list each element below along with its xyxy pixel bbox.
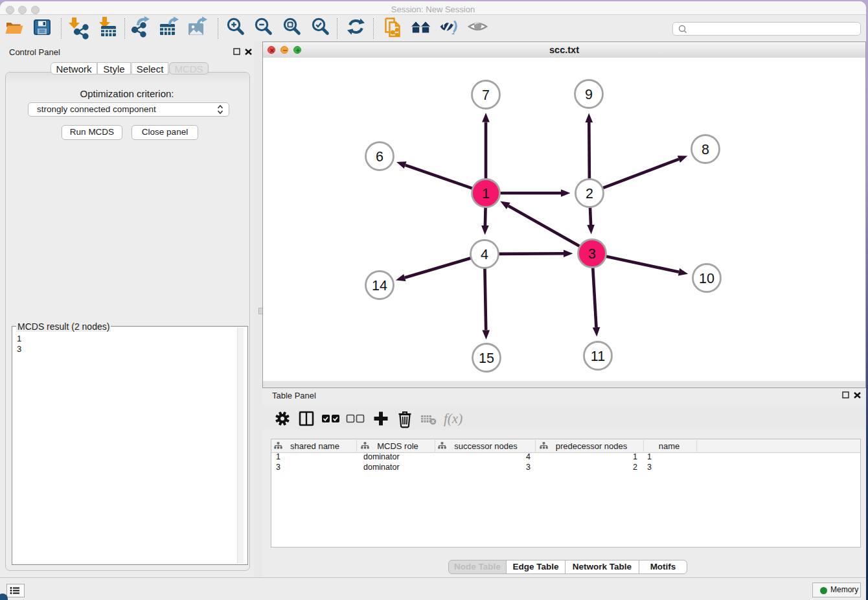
svg-text:4: 4 [481, 247, 488, 262]
svg-text:9: 9 [585, 87, 593, 102]
svg-text:6: 6 [376, 149, 383, 165]
svg-text:3: 3 [588, 246, 596, 262]
svg-text:7: 7 [482, 87, 490, 103]
svg-text:10: 10 [699, 271, 714, 286]
svg-text:14: 14 [372, 278, 387, 294]
svg-text:11: 11 [591, 349, 605, 364]
svg-text:2: 2 [586, 186, 593, 202]
svg-text:1: 1 [482, 186, 490, 202]
svg-text:15: 15 [479, 351, 494, 366]
svg-text:8: 8 [702, 142, 709, 157]
svg-text:f(x): f(x) [444, 411, 463, 426]
